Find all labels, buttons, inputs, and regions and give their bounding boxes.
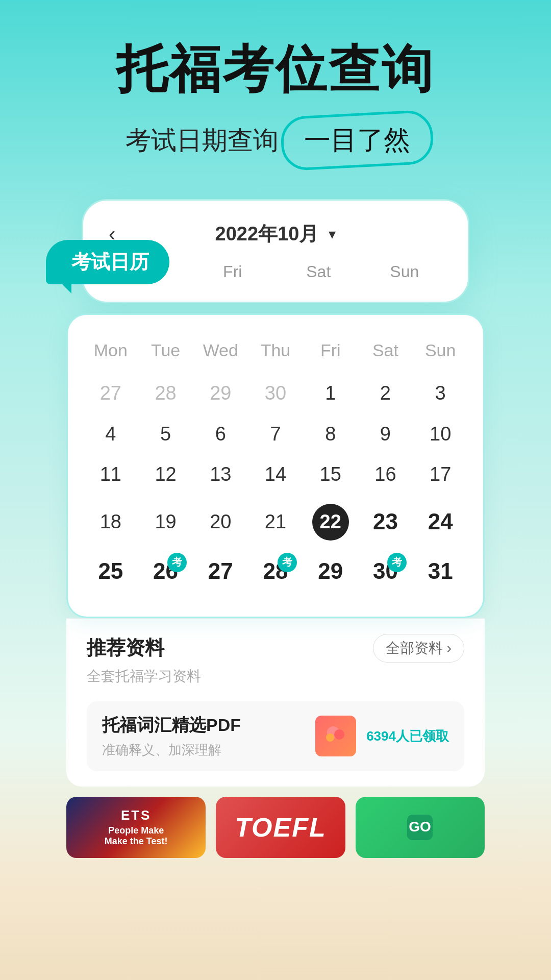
cal-cell-2[interactable]: 2	[358, 376, 413, 411]
cal-cell-23[interactable]: 23	[358, 498, 413, 547]
cal-cell-17[interactable]: 17	[413, 457, 468, 493]
cal-cell-30-exam[interactable]: 考 30	[358, 552, 413, 591]
rec-header: 推荐资料 全部资料 ›	[87, 634, 464, 663]
day-header-tue: Tue	[138, 335, 193, 365]
cal-cell-28-prev[interactable]: 28	[138, 376, 193, 411]
calendar-card: Mon Tue Wed Thu Fri Sat Sun 27 28 29 30 …	[66, 313, 485, 618]
svg-text:GO: GO	[409, 819, 432, 835]
cal-cell-25[interactable]: 25	[83, 552, 138, 591]
cal-cell-22-selected[interactable]: 22	[303, 498, 358, 547]
cal-cell-12[interactable]: 12	[138, 457, 193, 493]
cal-cell-10[interactable]: 10	[413, 416, 468, 452]
cal-cell-9[interactable]: 9	[358, 416, 413, 452]
resource-thumbnail	[315, 716, 356, 756]
partial-sun: Sun	[362, 262, 448, 281]
cal-cell-19[interactable]: 19	[138, 498, 193, 547]
cal-cell-1[interactable]: 1	[303, 376, 358, 411]
day-header-fri: Fri	[303, 335, 358, 365]
day-header-thu: Thu	[248, 335, 303, 365]
banner-green[interactable]: GO	[356, 797, 485, 858]
cal-cell-29-prev[interactable]: 29	[193, 376, 248, 411]
cal-cell-14[interactable]: 14	[248, 457, 303, 493]
cal-cell-29[interactable]: 29	[303, 552, 358, 591]
toefl-label: TOEFL	[235, 812, 326, 843]
cal-cell-3[interactable]: 3	[413, 376, 468, 411]
partial-sat: Sat	[276, 262, 362, 281]
day-headers: Mon Tue Wed Thu Fri Sat Sun	[83, 335, 468, 365]
svg-point-1	[334, 729, 344, 740]
circled-highlight: 一目了然	[289, 117, 425, 163]
cal-cell-15[interactable]: 15	[303, 457, 358, 493]
cal-cell-24[interactable]: 24	[413, 498, 468, 547]
cal-cell-6[interactable]: 6	[193, 416, 248, 452]
phone-area: 考试日历 ‹ 2022年10月 ▾ Thu Fri Sat Sun Mon Tu…	[56, 199, 495, 868]
cal-cell-8[interactable]: 8	[303, 416, 358, 452]
cal-cell-13[interactable]: 13	[193, 457, 248, 493]
resource-right: 6394人已领取	[315, 716, 449, 756]
partial-fri: Fri	[190, 262, 276, 281]
month-title: 2022年10月	[215, 221, 319, 247]
resource-count: 6394人已领取	[366, 727, 449, 745]
cal-cell-27-prev[interactable]: 27	[83, 376, 138, 411]
cal-cell-20[interactable]: 20	[193, 498, 248, 547]
day-header-wed: Wed	[193, 335, 248, 365]
day-header-mon: Mon	[83, 335, 138, 365]
rec-subtitle: 全套托福学习资料	[87, 667, 464, 686]
recommended-section: 推荐资料 全部资料 › 全套托福学习资料 托福词汇精选PDF 准确释义、加深理解…	[66, 618, 485, 787]
cal-cell-26-exam[interactable]: 考 26	[138, 552, 193, 591]
cal-cell-7[interactable]: 7	[248, 416, 303, 452]
cal-cell-16[interactable]: 16	[358, 457, 413, 493]
bottom-banners: ETS People Make Make the Test! TOEFL GO	[66, 797, 485, 868]
cal-cell-31[interactable]: 31	[413, 552, 468, 591]
cal-cell-27[interactable]: 27	[193, 552, 248, 591]
calendar-grid: 27 28 29 30 1 2 3 4 5 6 7 8 9 10 11 12 1…	[83, 376, 468, 591]
exam-badge-30: 考	[387, 553, 407, 572]
cal-cell-5[interactable]: 5	[138, 416, 193, 452]
all-resources-button[interactable]: 全部资料 ›	[373, 634, 464, 663]
cal-cell-11[interactable]: 11	[83, 457, 138, 493]
rec-title: 推荐资料	[87, 635, 164, 661]
cal-cell-18[interactable]: 18	[83, 498, 138, 547]
resource-name: 托福词汇精选PDF	[102, 714, 315, 737]
cal-cell-4[interactable]: 4	[83, 416, 138, 452]
resource-info: 托福词汇精选PDF 准确释义、加深理解	[102, 714, 315, 759]
resource-card[interactable]: 托福词汇精选PDF 准确释义、加深理解 6394人已领取	[87, 701, 464, 771]
subtitle-text: 考试日期查询	[126, 124, 279, 158]
header-section: 托福考位查询 考试日期查询 一目了然	[0, 0, 551, 184]
exam-bubble-label: 考试日历	[46, 240, 169, 284]
exam-badge-26: 考	[167, 553, 187, 572]
people-make-text: People Make	[108, 825, 164, 836]
subtitle-row: 考试日期查询 一目了然	[31, 117, 520, 163]
cal-cell-30-prev[interactable]: 30	[248, 376, 303, 411]
cal-cell-28-exam[interactable]: 考 28	[248, 552, 303, 591]
exam-badge-28: 考	[278, 553, 297, 572]
svg-point-2	[326, 733, 334, 742]
main-title: 托福考位查询	[31, 41, 520, 97]
resource-desc: 准确释义、加深理解	[102, 741, 315, 759]
cal-cell-21[interactable]: 21	[248, 498, 303, 547]
banner-ets[interactable]: ETS People Make Make the Test!	[66, 797, 206, 858]
day-header-sun: Sun	[413, 335, 468, 365]
banner-toefl[interactable]: TOEFL	[216, 797, 345, 858]
day-header-sat: Sat	[358, 335, 413, 365]
dropdown-arrow-icon[interactable]: ▾	[329, 226, 336, 242]
